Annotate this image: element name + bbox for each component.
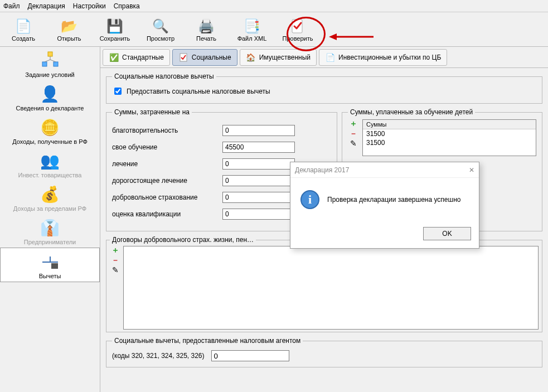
insurance-label: добровольное страхование — [112, 193, 218, 201]
charity-input[interactable] — [222, 125, 295, 136]
provide-social-label: Предоставить социальные налоговые вычеты — [127, 88, 270, 95]
save-button[interactable]: 💾 Сохранить — [97, 17, 133, 42]
document-icon: 📄 — [325, 52, 335, 62]
social-tab-icon — [178, 52, 188, 62]
dialog-title: Декларация 2017 — [295, 166, 349, 174]
tab-social-label: Социальные — [192, 54, 231, 61]
agent-input[interactable] — [211, 350, 289, 361]
close-icon[interactable]: ✕ — [469, 166, 474, 174]
agent-codes-label: (коды 320, 321, 324, 325, 326) — [112, 352, 205, 360]
exp-med-label: дорогостоящее лечение — [112, 177, 218, 185]
tab-standard[interactable]: ✅ Стандартные — [103, 49, 170, 66]
tab-property[interactable]: 🏠 Имущественный — [240, 49, 317, 66]
sidebar-income-abroad-label: Доходы за пределами РФ — [2, 205, 98, 212]
children-edu-legend: Суммы, уплаченные за обучение детей — [348, 108, 475, 116]
agent-group: Социальные вычеты, предоставленные налог… — [106, 337, 542, 367]
sidebar-item-entrepreneurs: 👔 Предприниматели — [0, 214, 100, 248]
printer-icon: 🖨️ — [197, 17, 215, 35]
deductions-icon — [40, 251, 60, 272]
save-icon: 💾 — [106, 17, 124, 35]
tab-invest[interactable]: 📄 Инвестиционные и убытки по ЦБ — [319, 49, 447, 66]
menu-file[interactable]: Файл — [3, 2, 20, 10]
sidebar-item-deductions[interactable]: Вычеты — [0, 248, 100, 282]
children-edu-header: Суммы — [363, 120, 536, 129]
contracts-list[interactable] — [123, 246, 539, 330]
open-button[interactable]: 📂 Открыть — [51, 17, 87, 42]
xml-file-icon: 📑 — [243, 17, 261, 35]
toolbar: 📄 Создать 📂 Открыть 💾 Сохранить 🔍 Просмо… — [0, 12, 548, 47]
sidebar-entrepreneurs-label: Предприниматели — [2, 239, 98, 245]
house-icon: 🏠 — [246, 52, 256, 62]
menubar: Файл Декларация Настройки Справка — [0, 0, 548, 12]
open-folder-icon: 📂 — [60, 17, 78, 35]
standard-tab-icon: ✅ — [109, 52, 119, 62]
abroad-icon: 💰 — [40, 184, 60, 204]
add-row-icon[interactable]: ＋ — [350, 119, 357, 127]
save-label: Сохранить — [100, 35, 130, 42]
add-contract-icon[interactable]: ＋ — [111, 246, 119, 254]
tab-standard-label: Стандартные — [122, 54, 164, 61]
contracts-group: Договоры добровольного страх. жизни, пен… — [106, 236, 542, 332]
edu-self-input[interactable] — [222, 142, 295, 153]
qual-label: оценка квалификации — [112, 210, 218, 218]
svg-line-8 — [50, 60, 56, 62]
open-label: Открыть — [57, 35, 81, 42]
sidebar-item-conditions[interactable]: Задание условий — [0, 47, 100, 80]
tab-invest-label: Инвестиционные и убытки по ЦБ — [338, 54, 441, 61]
dialog-message: Проверка декларации завершена успешно — [327, 196, 460, 204]
invest-icon: 👥 — [40, 151, 60, 171]
edit-row-icon[interactable]: ✎ — [350, 139, 357, 147]
sidebar-declarant-label: Сведения о декларанте — [2, 105, 98, 112]
print-button[interactable]: 🖨️ Печать — [188, 17, 224, 42]
sidebar-invest-partn-label: Инвест. товарищества — [2, 172, 98, 178]
file-xml-button[interactable]: 📑 Файл XML — [234, 17, 270, 42]
file-xml-label: Файл XML — [237, 35, 267, 42]
deduction-tabs: ✅ Стандартные Социальные 🏠 Имущественный… — [100, 47, 548, 68]
qual-input[interactable] — [222, 209, 295, 220]
check-icon — [289, 17, 307, 35]
sidebar-item-invest-partn: 👥 Инвест. товарищества — [0, 147, 100, 181]
sidebar-item-income-rf[interactable]: 🪙 Доходы, полученные в РФ — [0, 114, 100, 147]
provide-social-checkbox[interactable] — [114, 88, 122, 95]
spent-group-legend: Суммы, затраченные на — [112, 108, 192, 116]
new-file-icon: 📄 — [14, 17, 32, 35]
preview-label: Просмотр — [147, 35, 174, 42]
svg-rect-5 — [54, 62, 58, 66]
edu-self-label: свое обучение — [112, 143, 218, 151]
info-icon: i — [300, 190, 319, 209]
preview-icon: 🔍 — [152, 17, 169, 35]
exp-med-input[interactable] — [222, 175, 295, 186]
tab-property-label: Имущественный — [259, 54, 311, 61]
social-group-legend: Социальные налоговые вычеты — [112, 72, 216, 80]
conditions-icon — [40, 50, 60, 70]
svg-rect-11 — [51, 263, 58, 269]
print-label: Печать — [196, 35, 216, 42]
menu-settings[interactable]: Настройки — [73, 2, 106, 10]
children-edu-list[interactable]: Суммы 31500 31500 — [362, 119, 536, 156]
sidebar: Задание условий 👤 Сведения о декларанте … — [0, 47, 100, 392]
insurance-input[interactable] — [222, 192, 295, 203]
list-row[interactable]: 31500 — [363, 129, 536, 138]
list-row[interactable]: 31500 — [363, 138, 536, 147]
remove-contract-icon[interactable]: － — [111, 256, 119, 264]
menu-declaration[interactable]: Декларация — [28, 2, 65, 10]
med-input[interactable] — [222, 158, 295, 170]
person-icon: 👤 — [40, 84, 60, 104]
agent-legend: Социальные вычеты, предоставленные налог… — [112, 337, 303, 345]
entrepreneur-icon: 👔 — [40, 217, 60, 238]
create-label: Создать — [12, 35, 35, 42]
social-group: Социальные налоговые вычеты Предоставить… — [106, 72, 542, 104]
edit-contract-icon[interactable]: ✎ — [112, 266, 119, 274]
remove-row-icon[interactable]: － — [350, 129, 357, 137]
info-dialog: Декларация 2017 ✕ i Проверка декларации … — [290, 162, 479, 249]
check-button[interactable]: Проверить — [280, 17, 316, 42]
sidebar-item-declarant[interactable]: 👤 Сведения о декларанте — [0, 80, 100, 114]
ok-button[interactable]: OK — [423, 227, 471, 240]
med-label: лечение — [112, 160, 218, 168]
sidebar-conditions-label: Задание условий — [2, 71, 98, 78]
svg-line-7 — [45, 60, 50, 62]
menu-help[interactable]: Справка — [114, 2, 140, 10]
create-button[interactable]: 📄 Создать — [6, 17, 41, 42]
preview-button[interactable]: 🔍 Просмотр — [143, 17, 178, 42]
tab-social[interactable]: Социальные — [172, 49, 237, 66]
